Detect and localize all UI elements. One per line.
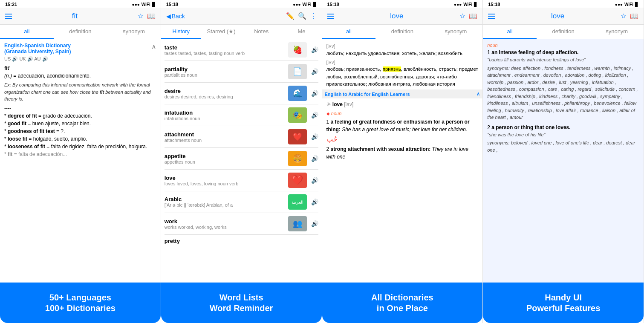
- tab-all-1[interactable]: all: [0, 25, 54, 39]
- phone-2: 15:18 ●●● WiFi ▊ ◀ Back ✏️ 🔍 ⋮ History S…: [161, 0, 322, 323]
- tab-bar-3: all definition synonym: [322, 25, 483, 39]
- tab-syn-3[interactable]: synonym: [429, 25, 483, 39]
- tab-all-3[interactable]: all: [322, 25, 376, 39]
- phone-1: 15:21 ●●● WiFi ▊ fit ☆ 📖 all definition …: [0, 0, 161, 323]
- tab-def-3[interactable]: definition: [375, 25, 429, 39]
- history-item-partiality[interactable]: partiality partialities noun 📄 🔊: [165, 61, 318, 83]
- history-item-attachment[interactable]: attachment attachments noun ❤️ 🔊: [165, 126, 318, 148]
- history-item-arabic[interactable]: Arabic ['Ar·a·bic || 'ærəbɪk] Arabian, o…: [165, 191, 318, 213]
- tab-all-4[interactable]: all: [483, 25, 537, 39]
- status-bar-3: 15:18 ●●● WiFi ▊: [322, 0, 483, 8]
- time-1: 15:21: [5, 2, 17, 7]
- caption-2: Word Lists Word Reminder: [161, 283, 322, 323]
- signal-icon-3: ●●●: [454, 2, 462, 7]
- status-bar-2: 15:18 ●●● WiFi ▊: [161, 0, 322, 8]
- phonetics-1: US 🔊 UK 🔊 AU 🔊: [4, 56, 156, 62]
- tab-bar-4: all definition synonym: [483, 25, 644, 39]
- content-area-1: English-Spanish Dictionary(Granada Unive…: [0, 39, 161, 283]
- tab-notes-2[interactable]: Notes: [241, 25, 281, 39]
- star-icon-1[interactable]: ☆: [138, 12, 144, 20]
- pencil-icon-2[interactable]: ✏️: [286, 12, 295, 20]
- tab-def-4[interactable]: definition: [537, 25, 590, 39]
- tab-starred-2[interactable]: Starred (★): [201, 25, 241, 39]
- book-icon-4[interactable]: 📖: [630, 12, 638, 20]
- nav-icons-right-1: ☆ 📖: [138, 12, 156, 20]
- battery-icon: ▊: [152, 2, 156, 7]
- history-item-love[interactable]: love loves loved, loves, loving noun ver…: [165, 170, 318, 191]
- wifi-icon: WiFi: [142, 2, 150, 7]
- nav-bar-1: fit ☆ 📖: [0, 8, 161, 25]
- arabic-entry: ✳ love [lav] ◆ noun 1 a feeling of great…: [326, 100, 479, 161]
- history-item-appetite[interactable]: appetite appetites noun 🍔 🔊: [165, 148, 318, 170]
- caption-4: Handy UI Powerful Features: [483, 283, 644, 323]
- hamburger-menu-4[interactable]: [488, 14, 495, 19]
- tab-syn-4[interactable]: synonym: [590, 25, 644, 39]
- tab-history-2[interactable]: History: [161, 25, 201, 39]
- caption-1: 50+ Languages 100+ Dictionaries: [0, 283, 161, 323]
- status-icons-1: ●●● WiFi ▊: [132, 2, 156, 7]
- nav-icons-right-2: ✏️ 🔍 ⋮: [286, 12, 317, 20]
- status-bar-1: 15:21 ●●● WiFi ▊: [0, 0, 161, 8]
- battery-icon-4: ▊: [635, 2, 638, 7]
- russian-entry-1: [lʌv] любить; находить удовольствие; хот…: [326, 43, 479, 88]
- back-button-2[interactable]: ◀ Back: [166, 13, 185, 20]
- entry-fit: fit¹ (n.) = adecuación, acondicionamient…: [4, 64, 156, 158]
- audio-work[interactable]: 🔊: [311, 220, 318, 227]
- search-icon-2[interactable]: 🔍: [298, 12, 306, 20]
- content-area-2: taste tastes tasted, tastes, tasting nou…: [161, 39, 322, 283]
- tab-bar-1: all definition synonym: [0, 25, 161, 39]
- audio-appetite[interactable]: 🔊: [311, 155, 318, 162]
- history-item-taste[interactable]: taste tastes tasted, tastes, tasting nou…: [165, 39, 318, 61]
- history-item-desire[interactable]: desire desires desired, desires, desirin…: [165, 83, 318, 104]
- nav-title-3: love: [334, 12, 460, 20]
- status-icons-2: ●●● WiFi ▊: [293, 2, 316, 7]
- nav-title-4: love: [495, 12, 621, 20]
- battery-icon-2: ▊: [313, 2, 317, 7]
- content-area-3: [lʌv] любить; находить удовольствие; хот…: [322, 39, 483, 283]
- nav-bar-2: ◀ Back ✏️ 🔍 ⋮: [161, 8, 322, 25]
- signal-icon-4: ●●●: [615, 2, 623, 7]
- hamburger-menu-1[interactable]: [5, 14, 12, 19]
- signal-icon-2: ●●●: [293, 2, 300, 7]
- audio-taste[interactable]: 🔊: [311, 46, 318, 53]
- tab-bar-2: History Starred (★) Notes Me: [161, 25, 322, 39]
- book-icon-1[interactable]: 📖: [147, 12, 156, 20]
- dict-header-1: English-Spanish Dictionary(Granada Unive…: [4, 43, 71, 55]
- history-item-pretty[interactable]: pretty: [165, 235, 318, 247]
- tab-syn-1[interactable]: synonym: [107, 25, 161, 39]
- audio-partiality[interactable]: 🔊: [311, 68, 318, 75]
- nav-bar-3: love ☆ 📖: [322, 8, 483, 25]
- audio-love[interactable]: 🔊: [311, 177, 318, 184]
- nav-title-1: fit: [12, 12, 138, 20]
- wifi-icon-2: WiFi: [302, 2, 311, 7]
- more-icon-2[interactable]: ⋮: [310, 12, 317, 20]
- audio-arabic[interactable]: 🔊: [311, 199, 318, 205]
- nav-bar-4: love ☆ 📖: [483, 8, 644, 25]
- audio-attachment[interactable]: 🔊: [311, 133, 318, 140]
- history-item-work[interactable]: work works worked, working, works 👥 🔊: [165, 213, 318, 235]
- caption-3: All Dictionaries in One Place: [322, 283, 483, 323]
- status-icons-4: ●●● WiFi ▊: [615, 2, 638, 7]
- status-icons-3: ●●● WiFi ▊: [454, 2, 477, 7]
- book-icon-3[interactable]: 📖: [469, 12, 477, 20]
- time-3: 15:18: [327, 2, 339, 7]
- star-icon-3[interactable]: ☆: [459, 12, 465, 20]
- hamburger-menu-3[interactable]: [327, 14, 334, 19]
- time-4: 15:18: [488, 2, 500, 7]
- star-icon-4[interactable]: ☆: [621, 12, 627, 20]
- audio-desire[interactable]: 🔊: [311, 90, 318, 97]
- wifi-icon-4: WiFi: [624, 2, 633, 7]
- collapse-1[interactable]: ∧: [151, 43, 156, 51]
- wifi-icon-3: WiFi: [463, 2, 472, 7]
- nav-icons-right-4: ☆ 📖: [621, 12, 638, 20]
- audio-infatuation[interactable]: 🔊: [311, 112, 318, 118]
- section-arabic: English to Arabic for English Learners ∧: [322, 89, 483, 98]
- tab-me-2[interactable]: Me: [281, 25, 321, 39]
- history-item-infatuation[interactable]: infatuation infatuations noun 🎭 🔊: [165, 104, 318, 126]
- tab-def-1[interactable]: definition: [54, 25, 107, 39]
- phone-3: 15:18 ●●● WiFi ▊ love ☆ 📖 all definition…: [322, 0, 483, 323]
- nav-icons-right-3: ☆ 📖: [459, 12, 477, 20]
- status-bar-4: 15:18 ●●● WiFi ▊: [483, 0, 644, 8]
- content-area-4: noun 1 an intense feeling of deep affect…: [483, 39, 644, 283]
- signal-icon: ●●●: [132, 2, 140, 7]
